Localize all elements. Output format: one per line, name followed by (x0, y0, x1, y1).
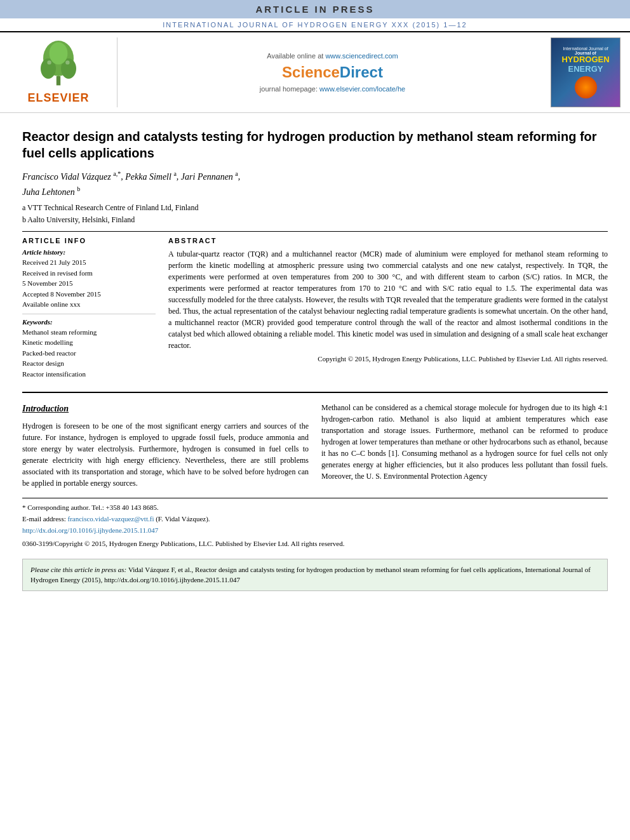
body-col-right: Methanol can be considered as a chemical… (321, 402, 608, 489)
svg-rect-0 (57, 76, 60, 85)
cover-hydrogen-text: HYDROGEN (561, 55, 609, 64)
email-link[interactable]: francisco.vidal-vazquez@vtt.fi (67, 515, 154, 523)
doi-link[interactable]: http://dx.doi.org/10.1016/j.ijhydene.201… (22, 526, 158, 534)
introduction-col2-text: Methanol can be considered as a chemical… (321, 402, 608, 482)
elsevier-tree-icon (33, 41, 84, 91)
keyword-5: Reactor intensification (22, 369, 156, 380)
elsevier-logo-area: ELSEVIER (6, 37, 117, 107)
journal-homepage: journal homepage: www.elsevier.com/locat… (260, 85, 405, 93)
divider-keywords (22, 314, 156, 314)
keyword-2: Kinetic modelling (22, 337, 156, 348)
paper-title: Reactor design and catalysts testing for… (22, 128, 608, 161)
issn-line: 0360-3199/Copyright © 2015, Hydrogen Ene… (22, 538, 608, 550)
sciencedirect-logo: ScienceDirect (282, 63, 383, 81)
journal-cover-box: International Journal of Journal of HYDR… (551, 37, 620, 107)
paper-content: Reactor design and catalysts testing for… (0, 113, 630, 597)
citation-box: Please cite this article in press as: Vi… (22, 559, 608, 591)
authors-line: Francisco Vidal Vázquez a,*, Pekka Simel… (22, 169, 608, 199)
abstract-body: A tubular-quartz reactor (TQR) and a mul… (168, 248, 608, 351)
article-info-heading: ARTICLE INFO (22, 237, 156, 244)
info-abstract-row: ARTICLE INFO Article history: Received 2… (22, 237, 608, 379)
keyword-1: Methanol steam reforming (22, 327, 156, 338)
introduction-title: Introduction (22, 402, 309, 415)
abstract-heading: ABSTRACT (168, 237, 608, 244)
email-suffix: (F. Vidal Vázquez). (156, 515, 210, 523)
available-online-text: Available online at www.sciencedirect.co… (267, 52, 398, 60)
email-label: E-mail address: (22, 515, 66, 523)
svg-point-4 (50, 42, 68, 64)
introduction-col1-text: Hydrogen is foreseen to be one of the mo… (22, 420, 309, 489)
keyword-4: Reactor design (22, 358, 156, 369)
cover-int-text: International Journal of (563, 46, 608, 51)
article-history-label: Article history: (22, 248, 156, 256)
affiliation-a: a VTT Technical Research Centre of Finla… (22, 202, 608, 214)
header-area: ELSEVIER Available online at www.science… (0, 31, 630, 113)
cover-decoration-icon (575, 76, 597, 98)
abstract-copyright: Copyright © 2015, Hydrogen Energy Public… (168, 355, 608, 363)
two-col-body: Introduction Hydrogen is foreseen to be … (22, 402, 608, 489)
svg-point-6 (65, 60, 69, 64)
body-col-left: Introduction Hydrogen is foreseen to be … (22, 402, 309, 489)
header-center: Available online at www.sciencedirect.co… (124, 37, 541, 107)
article-info-column: ARTICLE INFO Article history: Received 2… (22, 237, 156, 379)
received-revised-label: Received in revised form (22, 268, 156, 279)
journal-title-bar: INTERNATIONAL JOURNAL OF HYDROGEN ENERGY… (0, 18, 630, 31)
journal-homepage-link[interactable]: www.elsevier.com/locate/he (319, 85, 405, 93)
elsevier-brand: ELSEVIER (27, 91, 89, 105)
received-date-1: Received 21 July 2015 (22, 257, 156, 268)
affiliations: a VTT Technical Research Centre of Finla… (22, 202, 608, 226)
keyword-3: Packed-bed reactor (22, 348, 156, 359)
footnotes-area: * Corresponding author. Tel.: +358 40 14… (22, 498, 608, 549)
body-section: Introduction Hydrogen is foreseen to be … (22, 392, 608, 489)
svg-point-5 (47, 60, 51, 64)
email-line: E-mail address: francisco.vidal-vazquez@… (22, 514, 608, 525)
sciencedirect-url[interactable]: www.sciencedirect.com (325, 52, 398, 60)
cover-energy-text: ENERGY (568, 64, 603, 74)
received-revised-date: 5 November 2015 (22, 278, 156, 289)
keywords-label: Keywords: (22, 318, 156, 326)
divider-after-affiliations (22, 231, 608, 232)
article-in-press-banner: ARTICLE IN PRESS (0, 0, 630, 18)
citation-label: Please cite this article in press as: (30, 566, 128, 573)
corresponding-author: * Corresponding author. Tel.: +358 40 14… (22, 502, 608, 514)
available-online: Available online xxx (22, 299, 156, 310)
affiliation-b: b Aalto University, Helsinki, Finland (22, 214, 608, 226)
accepted-date: Accepted 8 November 2015 (22, 289, 156, 300)
journal-cover: International Journal of Journal of HYDR… (547, 37, 624, 107)
abstract-column: ABSTRACT A tubular-quartz reactor (TQR) … (168, 237, 608, 379)
